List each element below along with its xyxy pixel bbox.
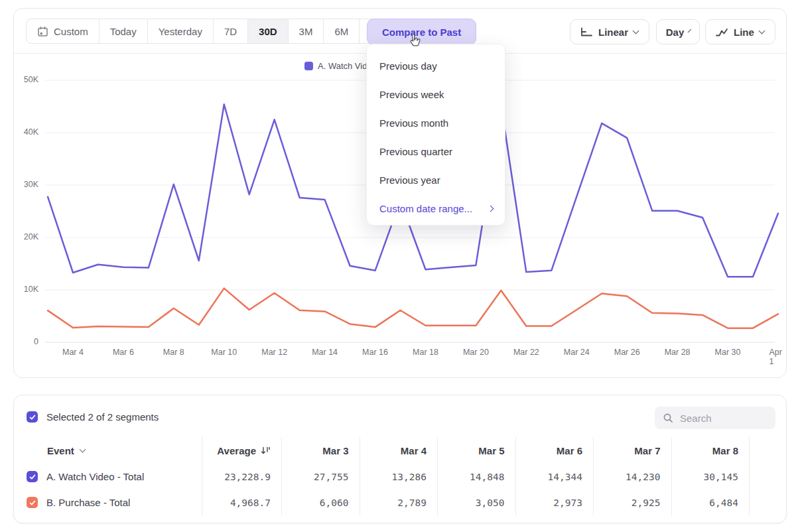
- value-cell: 30,145: [671, 464, 750, 490]
- date-range-label: Custom: [54, 26, 88, 37]
- date-range-7d[interactable]: 7D: [214, 19, 248, 43]
- sort-descending-icon: [261, 446, 271, 455]
- chevron-right-icon: [488, 206, 494, 212]
- legend-swatch-watch-video: [304, 62, 313, 70]
- y-tick-label: 40K: [12, 127, 38, 137]
- x-tick-label: Mar 30: [715, 348, 741, 357]
- interval-dropdown[interactable]: Day: [656, 19, 700, 44]
- date-range-label: 6M: [334, 26, 348, 37]
- scale-dropdown[interactable]: Linear: [570, 19, 649, 44]
- date-column-header: Mar 5: [437, 437, 515, 464]
- y-tick-label: 20K: [12, 232, 38, 241]
- check-icon: [29, 499, 36, 507]
- x-tick-label: Mar 10: [211, 348, 237, 357]
- x-tick-label: Mar 20: [463, 348, 489, 357]
- value-cell: 27,755: [281, 464, 360, 490]
- value-cell: 14,230: [593, 464, 671, 490]
- average-header-label: Average: [217, 445, 256, 456]
- chart-legend[interactable]: A. Watch Video - Total: [304, 60, 367, 72]
- segment-checkbox[interactable]: [27, 471, 38, 482]
- value-cell: 2,925: [593, 490, 671, 515]
- average-column-header[interactable]: Average: [202, 437, 281, 464]
- x-tick-label: Mar 24: [564, 348, 590, 357]
- date-range-today[interactable]: Today: [100, 19, 148, 43]
- date-range-yesterday[interactable]: Yesterday: [148, 19, 214, 43]
- table-header-row: EventAverageMar 3Mar 4Mar 5Mar 6Mar 7Mar…: [14, 437, 787, 464]
- date-range-6m[interactable]: 6M: [324, 19, 360, 43]
- value-cell: 14,848: [437, 464, 515, 490]
- x-tick-label: Mar 22: [513, 348, 539, 357]
- compare-to-past-menu: Previous dayPrevious weekPrevious monthP…: [366, 44, 505, 226]
- analytics-page: CustomTodayYesterday7D30D3M6M12M Compare…: [0, 0, 796, 532]
- legend-label-watch-video: A. Watch Video - Total: [318, 61, 367, 71]
- menu-item-previous-quarter[interactable]: Previous quarter: [367, 137, 505, 166]
- menu-item-custom-date-range[interactable]: Custom date range...: [367, 194, 505, 223]
- interval-label: Day: [666, 27, 685, 38]
- segment-checkbox[interactable]: [27, 497, 38, 508]
- event-cell: B. Purchase - Total: [14, 490, 202, 515]
- date-range-label: 3M: [299, 26, 313, 37]
- chevron-down-icon: [79, 446, 86, 453]
- chevron-down-icon: [688, 29, 692, 33]
- event-cell: A. Watch Video - Total: [14, 464, 202, 490]
- value-cell: 3,312: [749, 490, 787, 515]
- menu-item-previous-year[interactable]: Previous year: [367, 166, 505, 194]
- chevron-down-icon: [633, 28, 639, 34]
- x-tick-label: Mar 6: [113, 348, 134, 357]
- x-tick-label: Mar 12: [261, 348, 287, 357]
- chart-type-dropdown[interactable]: Line: [705, 19, 775, 44]
- menu-item-previous-month[interactable]: Previous month: [367, 109, 505, 137]
- value-cell: 15,570: [749, 464, 787, 490]
- average-value-cell: 23,228.9: [202, 464, 281, 490]
- date-range-label: 30D: [259, 26, 277, 37]
- value-cell: 6,484: [671, 490, 750, 515]
- chart-type-label: Line: [734, 27, 754, 38]
- value-cell: 2,789: [360, 490, 438, 515]
- date-range-control: CustomTodayYesterday7D30D3M6M12M: [26, 19, 401, 44]
- value-cell: 3,050: [437, 490, 515, 515]
- date-range-custom[interactable]: Custom: [27, 19, 100, 43]
- y-tick-label: 30K: [12, 180, 38, 189]
- x-tick-label: Mar 28: [665, 348, 691, 357]
- x-tick-label: Apr 1: [769, 348, 787, 366]
- date-column-header: Mar 8: [671, 437, 750, 464]
- date-column-header: Mar 7: [593, 437, 671, 464]
- x-tick-label: Mar 26: [614, 348, 640, 357]
- chevron-down-icon: [758, 28, 765, 34]
- date-range-30d[interactable]: 30D: [248, 19, 289, 43]
- date-column-header: Mar 3: [281, 437, 360, 464]
- segment-label: B. Purchase - Total: [46, 497, 130, 508]
- event-header-label: Event: [47, 445, 74, 456]
- axis-scale-icon: [580, 27, 593, 37]
- date-column-header: Mar 6: [515, 437, 594, 464]
- check-icon: [29, 413, 36, 421]
- check-icon: [29, 473, 36, 481]
- segment-label: A. Watch Video - Total: [46, 471, 144, 482]
- value-cell: 14,344: [515, 464, 594, 490]
- value-cell: 13,286: [360, 464, 438, 490]
- average-value-cell: 4,968.7: [202, 490, 281, 515]
- date-column-header: Mar 9: [749, 437, 787, 464]
- table-row: A. Watch Video - Total23,228.927,75513,2…: [14, 464, 787, 490]
- x-tick-label: Mar 8: [163, 348, 184, 357]
- table-row: B. Purchase - Total4,968.76,0602,7893,05…: [14, 490, 787, 515]
- selected-summary: Selected 2 of 2 segments: [46, 411, 159, 423]
- search-icon: [663, 413, 674, 424]
- search-input[interactable]: [680, 413, 766, 424]
- menu-item-previous-week[interactable]: Previous week: [367, 80, 505, 109]
- x-tick-label: Mar 18: [413, 348, 438, 357]
- menu-item-previous-day[interactable]: Previous day: [367, 52, 505, 80]
- select-all-checkbox[interactable]: [27, 411, 38, 423]
- x-tick-label: Mar 4: [62, 348, 84, 357]
- line-chart-icon: [715, 27, 728, 37]
- scale-label: Linear: [598, 27, 628, 38]
- y-tick-label: 50K: [12, 75, 38, 84]
- date-range-3m[interactable]: 3M: [289, 19, 324, 43]
- event-column-header[interactable]: Event: [14, 437, 202, 464]
- value-cell: 2,973: [515, 490, 594, 515]
- x-tick-label: Mar 16: [362, 348, 388, 357]
- date-column-header: Mar 4: [360, 437, 438, 464]
- date-range-label: Yesterday: [159, 26, 202, 37]
- search-box: [655, 407, 775, 429]
- calendar-icon: [37, 26, 48, 37]
